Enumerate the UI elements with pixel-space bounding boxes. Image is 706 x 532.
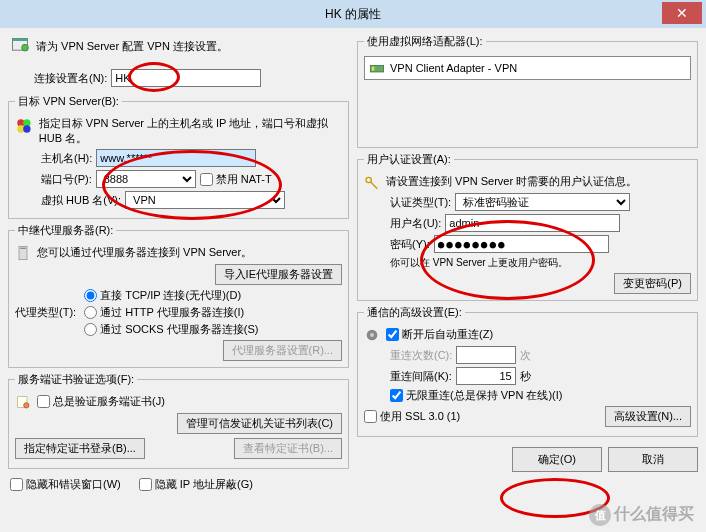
ok-button[interactable]: 确定(O) — [512, 447, 602, 472]
connection-name-row: 连接设置名(N): — [34, 69, 349, 87]
nat-label: 禁用 NAT-T — [216, 172, 272, 187]
hide-window-checkbox[interactable] — [10, 478, 23, 491]
svg-rect-8 — [20, 248, 25, 249]
view-cert-button[interactable]: 查看特定证书(B)... — [234, 438, 342, 459]
server-icon — [15, 116, 33, 136]
port-select[interactable]: 8888 — [96, 170, 196, 188]
adapter-item[interactable]: VPN Client Adapter - VPN — [364, 56, 691, 80]
hub-label: 虚拟 HUB 名(V): — [41, 193, 121, 208]
svg-point-13 — [366, 177, 371, 182]
proxy-type-label: 代理类型(T): — [15, 305, 76, 320]
infinite-reconnect-checkbox[interactable] — [390, 389, 403, 402]
retry-label: 重连次数(C): — [390, 348, 452, 363]
cert-legend: 服务端证书验证选项(F): — [15, 372, 137, 387]
import-ie-proxy-button[interactable]: 导入IE代理服务器设置 — [215, 264, 342, 285]
right-column: 使用虚拟网络适配器(L): VPN Client Adapter - VPN 用… — [357, 34, 698, 526]
proxy-radio-direct[interactable] — [84, 289, 97, 302]
relay-legend: 中继代理服务器(R): — [15, 223, 116, 238]
target-server-text: 指定目标 VPN Server 上的主机名或 IP 地址，端口号和虚拟 HUB … — [39, 116, 342, 146]
pwd-label: 密码(Y): — [390, 237, 430, 252]
target-server-legend: 目标 VPN Server(B): — [15, 94, 122, 109]
relay-text: 您可以通过代理服务器连接到 VPN Server。 — [37, 245, 252, 260]
auth-type-label: 认证类型(T): — [390, 195, 451, 210]
svg-point-10 — [24, 403, 29, 408]
svg-rect-1 — [13, 39, 28, 42]
cert-icon — [15, 394, 31, 410]
proxy-radio-socks[interactable] — [84, 323, 97, 336]
close-button[interactable]: ✕ — [662, 2, 702, 24]
network-adapter-icon — [369, 60, 385, 76]
cert-group: 服务端证书验证选项(F): 总是验证服务端证书(J) 管理可信发证机关证书列表(… — [8, 372, 349, 469]
auth-legend: 用户认证设置(A): — [364, 152, 454, 167]
manage-ca-button[interactable]: 管理可信发证机关证书列表(C) — [177, 413, 342, 434]
intro-text: 请为 VPN Server 配置 VPN 连接设置。 — [36, 39, 228, 54]
svg-point-2 — [22, 44, 29, 51]
hub-select[interactable]: VPN — [125, 191, 285, 209]
interval-label: 重连间隔(K): — [390, 369, 452, 384]
keys-icon — [364, 174, 380, 190]
host-input[interactable] — [96, 149, 256, 167]
retry-count-input — [456, 346, 516, 364]
specify-cert-button[interactable]: 指定特定证书登录(B)... — [15, 438, 145, 459]
adapter-group: 使用虚拟网络适配器(L): VPN Client Adapter - VPN — [357, 34, 698, 148]
host-label: 主机名(H): — [41, 151, 92, 166]
intro-row: 请为 VPN Server 配置 VPN 连接设置。 — [8, 34, 349, 62]
auth-group: 用户认证设置(A): 请设置连接到 VPN Server 时需要的用户认证信息。… — [357, 152, 698, 301]
svg-point-6 — [23, 125, 30, 132]
ssl3-checkbox[interactable] — [364, 410, 377, 423]
dialog-window: HK 的属性 ✕ 请为 VPN Server 配置 VPN 连接设置。 连接设置… — [0, 0, 706, 532]
svg-point-15 — [370, 333, 374, 337]
proxy-settings-button[interactable]: 代理服务器设置(R)... — [223, 340, 342, 361]
titlebar: HK 的属性 ✕ — [0, 0, 706, 28]
config-icon — [10, 36, 30, 56]
auth-text: 请设置连接到 VPN Server 时需要的用户认证信息。 — [386, 174, 637, 189]
auto-reconnect-checkbox[interactable] — [386, 328, 399, 341]
pwd-note: 你可以在 VPN Server 上更改用户密码。 — [390, 256, 568, 270]
change-password-button[interactable]: 变更密码(P) — [614, 273, 691, 294]
proxy-radio-http[interactable] — [84, 306, 97, 319]
advanced-settings-button[interactable]: 高级设置(N)... — [605, 406, 691, 427]
interval-input[interactable] — [456, 367, 516, 385]
port-label: 端口号(P): — [41, 172, 92, 187]
adapter-legend: 使用虚拟网络适配器(L): — [364, 34, 486, 49]
left-column: 请为 VPN Server 配置 VPN 连接设置。 连接设置名(N): 目标 … — [8, 34, 349, 526]
interval-unit: 秒 — [520, 369, 531, 384]
connection-name-input[interactable] — [111, 69, 261, 87]
hide-ip-checkbox[interactable] — [139, 478, 152, 491]
bottom-options: 隐藏和错误窗口(W) 隐藏 IP 地址屏蔽(G) — [8, 473, 349, 496]
conn-name-label: 连接设置名(N): — [34, 71, 107, 86]
password-input[interactable] — [434, 235, 609, 253]
window-title: HK 的属性 — [325, 6, 381, 23]
auth-type-select[interactable]: 标准密码验证 — [455, 193, 630, 211]
relay-proxy-group: 中继代理服务器(R): 您可以通过代理服务器连接到 VPN Server。 导入… — [8, 223, 349, 368]
cancel-button[interactable]: 取消 — [608, 447, 698, 472]
svg-rect-12 — [372, 67, 375, 71]
gear-icon — [364, 327, 380, 343]
always-verify-cert-checkbox[interactable] — [37, 395, 50, 408]
advanced-group: 通信的高级设置(E): 断开后自动重连(Z) 重连次数(C): 次 重连间隔(K… — [357, 305, 698, 437]
retry-unit: 次 — [520, 348, 531, 363]
adv-legend: 通信的高级设置(E): — [364, 305, 465, 320]
user-label: 用户名(U): — [390, 216, 441, 231]
proxy-icon — [15, 245, 31, 261]
target-server-group: 目标 VPN Server(B): 指定目标 VPN Server 上的主机名或… — [8, 94, 349, 219]
username-input[interactable] — [445, 214, 620, 232]
disable-nat-checkbox[interactable] — [200, 173, 213, 186]
adapter-name: VPN Client Adapter - VPN — [390, 62, 517, 74]
